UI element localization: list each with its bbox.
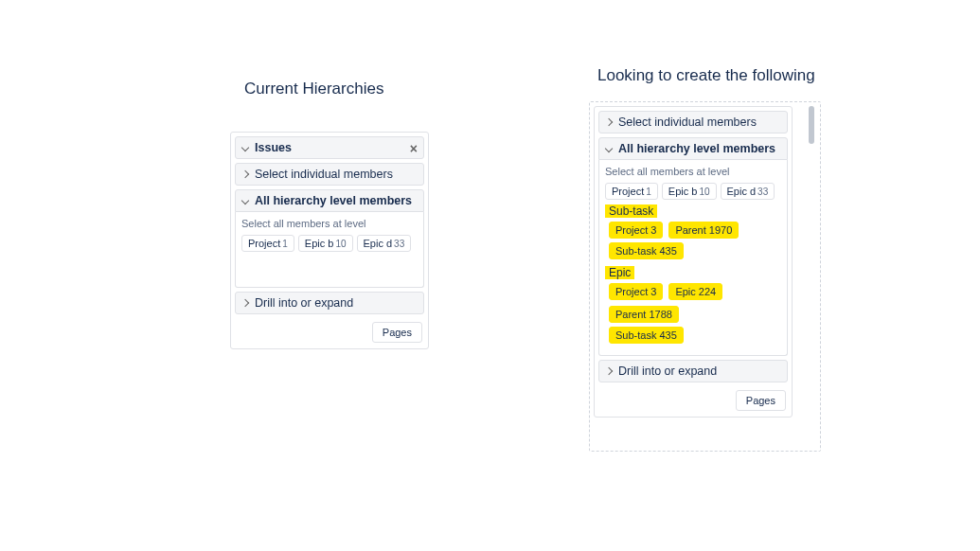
issues-label: Issues [255, 141, 292, 154]
all-level-label: All hierarchy level members [618, 142, 775, 155]
level-subtitle: Select all members at level [605, 166, 781, 177]
pages-button[interactable]: Pages [736, 390, 786, 411]
chevron-right-icon [241, 170, 249, 178]
hl-chip[interactable]: Parent 1788 [609, 306, 679, 323]
chevron-down-icon [605, 145, 613, 152]
right-panel: Select individual members All hierarchy … [594, 106, 793, 418]
chip-label: Project [248, 238, 280, 249]
level-chip[interactable]: Project 1 [241, 235, 294, 252]
all-level-header[interactable]: All hierarchy level members [235, 189, 424, 212]
chip-count: 33 [394, 239, 404, 249]
target-wrap: Select individual members All hierarchy … [589, 101, 821, 452]
chip-label: Sub-task [615, 245, 656, 257]
level-chip[interactable]: Project 1 [605, 183, 658, 200]
issues-header[interactable]: Issues × [235, 136, 424, 159]
chip-label: Project [615, 224, 648, 236]
scrollbar-thumb[interactable] [809, 106, 814, 144]
all-level-body: Select all members at level Project 1 Ep… [235, 212, 424, 288]
hl-chip[interactable]: Epic 224 [668, 283, 722, 300]
chip-label: Sub-task [615, 329, 656, 341]
chevron-right-icon [605, 118, 613, 126]
level-chip[interactable]: Epic b 10 [298, 235, 353, 252]
drill-header[interactable]: Drill into or expand [235, 292, 424, 314]
drill-header[interactable]: Drill into or expand [598, 360, 788, 382]
level-chip[interactable]: Epic d 33 [357, 235, 412, 252]
left-panel: Issues × Select individual members All h… [230, 132, 429, 349]
chip-label: Epic [675, 286, 695, 297]
chevron-right-icon [241, 299, 249, 307]
chip-label: Parent [675, 224, 705, 236]
right-title: Looking to create the following [597, 66, 815, 85]
select-individual-label: Select individual members [255, 168, 393, 181]
chip-label: Parent [615, 309, 646, 320]
chip-label: Project [612, 186, 644, 197]
hl-chip[interactable]: Sub-task 435 [609, 327, 684, 344]
close-icon[interactable]: × [410, 141, 418, 156]
all-level-header[interactable]: All hierarchy level members [598, 137, 788, 160]
chip-count: 1788 [649, 309, 671, 320]
level-chip[interactable]: Epic b 10 [662, 183, 717, 200]
pages-button[interactable]: Pages [372, 322, 422, 343]
group-heading: Sub-task [605, 204, 657, 218]
chip-count: 224 [699, 286, 716, 297]
chip-count: 1970 [709, 224, 732, 236]
drill-label: Drill into or expand [255, 296, 353, 310]
chip-label: Epic d [364, 238, 393, 249]
left-title: Current Hierarchies [244, 80, 383, 98]
all-level-label: All hierarchy level members [255, 194, 412, 207]
hl-chip[interactable]: Sub-task 435 [609, 242, 684, 259]
chip-count: 3 [650, 224, 656, 236]
level-chip[interactable]: Epic d 33 [721, 183, 775, 200]
chip-count: 1 [282, 239, 288, 249]
select-individual-header[interactable]: Select individual members [235, 163, 424, 186]
chip-label: Epic b [305, 238, 334, 249]
chip-count: 10 [699, 187, 709, 197]
chip-count: 33 [757, 187, 768, 197]
hl-chip[interactable]: Parent 1970 [668, 222, 739, 239]
chevron-down-icon [241, 144, 249, 151]
chip-count: 3 [650, 286, 656, 297]
chevron-right-icon [605, 367, 613, 375]
chevron-down-icon [241, 197, 249, 204]
all-level-body: Select all members at level Project 1 Ep… [598, 160, 788, 356]
chip-label: Epic b [668, 186, 698, 197]
chip-count: 1 [646, 187, 651, 197]
hl-chip[interactable]: Project 3 [609, 283, 663, 300]
chip-label: Epic d [727, 186, 757, 197]
select-individual-header[interactable]: Select individual members [598, 111, 788, 133]
chip-count: 435 [659, 329, 676, 341]
chip-count: 435 [659, 245, 676, 257]
drill-label: Drill into or expand [618, 364, 717, 378]
level-subtitle: Select all members at level [241, 218, 418, 229]
group-heading: Epic [605, 266, 634, 279]
hl-chip[interactable]: Project 3 [609, 222, 663, 239]
select-individual-label: Select individual members [618, 116, 757, 129]
chip-label: Project [615, 286, 648, 297]
chip-count: 10 [335, 239, 346, 249]
